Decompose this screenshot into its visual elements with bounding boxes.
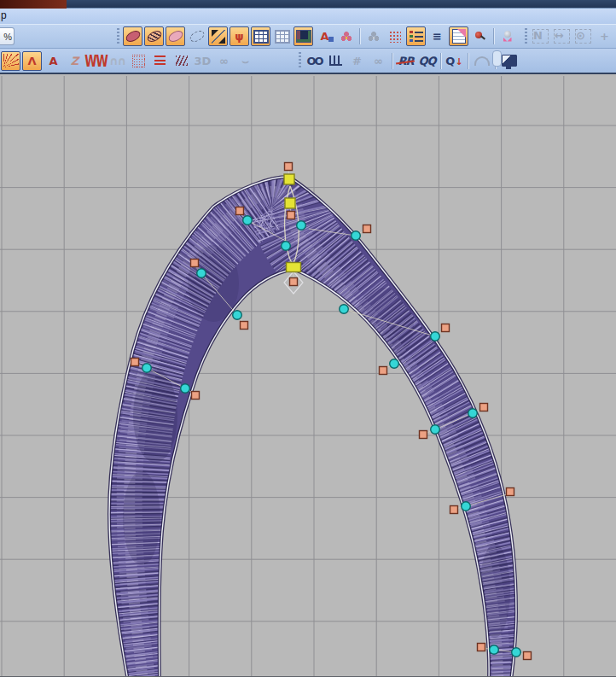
- zoom-percent-suffix: %: [3, 32, 12, 42]
- stitch-triangle-tool[interactable]: A: [44, 51, 63, 71]
- outline-control-node[interactable]: [131, 359, 139, 366]
- stitch-angle-node[interactable]: [233, 311, 242, 320]
- operator-profile-tool[interactable]: [497, 26, 517, 46]
- object-list-tool[interactable]: [406, 26, 426, 46]
- stitch-angle-node[interactable]: [352, 231, 361, 241]
- stitch-angle-tool-glyph: ψ: [235, 31, 243, 42]
- rings-tool[interactable]: OO: [305, 51, 324, 71]
- grid-table-tool[interactable]: [251, 26, 270, 46]
- outline-control-node[interactable]: [420, 431, 427, 439]
- outline-control-node[interactable]: [288, 212, 295, 219]
- resequence-tool[interactable]: Q: [445, 51, 464, 71]
- stitch-angle-node[interactable]: [142, 364, 152, 373]
- stitch-angle-node[interactable]: [197, 269, 206, 278]
- move-cross-tool-glyph: +: [600, 31, 609, 42]
- outline-dashed-tool[interactable]: [187, 26, 206, 46]
- select-box-tool-glyph: N: [532, 29, 549, 44]
- pattern-dots-tool[interactable]: [385, 26, 404, 46]
- stitch-angle-node[interactable]: [340, 305, 349, 314]
- design-canvas[interactable]: [0, 73, 616, 677]
- fill-hatch-tool[interactable]: [144, 26, 164, 46]
- curve-stack-tool-glyph: [474, 56, 490, 66]
- toolbar-grip[interactable]: [525, 28, 527, 45]
- stitch-loops-tool-glyph: ∩∩: [109, 55, 125, 67]
- duplicate-tool[interactable]: QQ: [417, 51, 437, 71]
- stitch-wave-tool[interactable]: WW: [86, 51, 106, 71]
- stitch-angle-node[interactable]: [243, 216, 253, 225]
- toolbar-separator: [392, 53, 392, 69]
- selected-anchor-node[interactable]: [284, 174, 294, 184]
- motif-flower-alt-tool[interactable]: [363, 26, 383, 46]
- toolbar-grip[interactable]: [299, 52, 301, 69]
- stitch-angle-node[interactable]: [431, 332, 440, 341]
- stitch-dotfill-tool[interactable]: [129, 51, 148, 71]
- toolbar-separator: [468, 53, 468, 69]
- outline-control-node[interactable]: [480, 404, 488, 411]
- mirror-box-tool[interactable]: ↔: [552, 26, 572, 46]
- stitch-angle-node[interactable]: [431, 425, 440, 435]
- stitch-zigzag-tool[interactable]: Z: [65, 51, 84, 71]
- toolbar-overflow-handle[interactable]: [492, 50, 502, 67]
- thread-chart-tool-glyph: ≡: [433, 31, 442, 42]
- outline-control-node[interactable]: [285, 163, 293, 171]
- outline-control-node[interactable]: [442, 324, 450, 332]
- design-properties-tool[interactable]: [449, 26, 468, 46]
- stitch-peak-tool-glyph: Λ: [27, 55, 36, 67]
- zoom-percent-field[interactable]: %: [0, 27, 15, 45]
- outline-control-node[interactable]: [380, 367, 387, 375]
- view-glasses-toggle[interactable]: ∞: [214, 51, 234, 71]
- outline-control-node[interactable]: [478, 644, 485, 651]
- move-cross-tool[interactable]: +: [595, 26, 614, 46]
- columns-tool[interactable]: [326, 51, 346, 71]
- curve-stack-tool[interactable]: [472, 51, 491, 71]
- stitch-angle-tool[interactable]: ψ: [230, 26, 249, 46]
- stitch-angle-node[interactable]: [468, 409, 478, 418]
- stitch-angle-node[interactable]: [297, 221, 306, 231]
- view-3d-toggle[interactable]: 3D: [193, 51, 212, 71]
- stitch-peak-tool[interactable]: Λ: [22, 51, 42, 71]
- outline-control-node[interactable]: [450, 506, 458, 514]
- outline-control-node[interactable]: [192, 392, 200, 400]
- chain-link-tool[interactable]: ∞: [369, 51, 388, 71]
- outline-control-node[interactable]: [290, 278, 298, 286]
- outline-control-node[interactable]: [363, 225, 371, 233]
- rotate-box-tool[interactable]: ⊙: [573, 26, 593, 46]
- view-hat-toggle[interactable]: ⌣: [235, 51, 255, 71]
- stitch-angle-node[interactable]: [462, 502, 471, 511]
- selected-anchor-node[interactable]: [285, 198, 295, 208]
- stitch-loops-tool[interactable]: ∩∩: [108, 51, 127, 71]
- grid-edit-tool[interactable]: [272, 26, 292, 46]
- pushpin-tool[interactable]: [470, 26, 490, 46]
- screen-calibrate-tool[interactable]: [499, 51, 519, 71]
- motif-flower-tool[interactable]: [336, 26, 356, 46]
- menu-item-help-tail[interactable]: p: [0, 9, 7, 21]
- stitch-wave-tool-glyph: WW: [84, 52, 108, 69]
- stitch-angle-node[interactable]: [390, 359, 399, 369]
- fill-contour-tool[interactable]: [166, 26, 185, 46]
- stitch-angle-node[interactable]: [490, 645, 499, 655]
- outline-control-node[interactable]: [524, 652, 532, 660]
- stitch-angle-node[interactable]: [512, 648, 521, 657]
- stitch-angle-node[interactable]: [181, 384, 190, 394]
- mesh-grid-tool[interactable]: #: [347, 51, 367, 71]
- outline-control-node[interactable]: [507, 488, 514, 496]
- outline-control-node[interactable]: [241, 322, 248, 330]
- stitch-fan-tool[interactable]: [1, 51, 20, 71]
- reshape-tool[interactable]: [208, 26, 228, 46]
- fill-satin-tool[interactable]: [123, 26, 142, 46]
- rotate-box-tool-glyph: ⊙: [575, 29, 591, 44]
- stitch-angle-node[interactable]: [282, 242, 291, 251]
- outline-control-node[interactable]: [191, 260, 199, 267]
- selected-anchor-node-wide[interactable]: [287, 263, 301, 272]
- bitmap-image-tool[interactable]: [293, 26, 313, 46]
- stitch-lines-tool[interactable]: [150, 51, 170, 71]
- toolbar-grip[interactable]: [117, 28, 119, 45]
- mesh-grid-tool-glyph: #: [352, 55, 362, 67]
- stitch-hatch-tool[interactable]: [171, 51, 191, 71]
- lettering-tool[interactable]: A: [315, 26, 334, 46]
- toolbar-top: % ψA≡N↔⊙+: [0, 24, 616, 49]
- outline-control-node[interactable]: [236, 207, 244, 215]
- select-box-tool[interactable]: N: [531, 26, 550, 46]
- thread-chart-tool[interactable]: ≡: [427, 26, 447, 46]
- remove-overlap-tool[interactable]: RR: [396, 51, 416, 71]
